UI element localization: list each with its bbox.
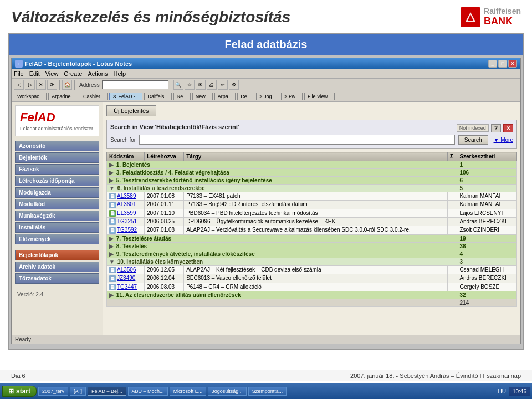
col-targy[interactable]: Tárgy xyxy=(184,152,448,161)
slide-footer: Dia 6 2007. január 18. - Sebestyén Andrá… xyxy=(0,370,532,381)
search-close-button[interactable]: ✕ xyxy=(503,124,513,132)
toolbar-btn-7[interactable]: ✉ xyxy=(196,80,206,90)
nav-bejelentok[interactable]: Bejelentők xyxy=(15,152,99,163)
table-row[interactable]: 📄AL3601 2007.01.11 P7133 – Bug942 : DR i… xyxy=(107,201,517,209)
menu-file[interactable]: File xyxy=(14,70,24,77)
toolbar-btn-8[interactable]: 🖨 xyxy=(207,80,217,90)
table-row[interactable]: 📄JZ3490 2006.12.04 SEC6013 – Vasco ellen… xyxy=(107,274,517,283)
table-row[interactable]: ▶ 7. Tesztelésre átadás 19 xyxy=(107,234,517,242)
table-row[interactable]: 📄AL3506 2006.12.05 ALAP2AJ – Két fejlesz… xyxy=(107,265,517,274)
menu-create[interactable]: Create xyxy=(64,70,82,77)
felad-subtitle: Feladat adminisztrációs rendszer xyxy=(20,126,94,131)
help-button[interactable]: ? xyxy=(491,124,501,132)
nav-torzsadatok[interactable]: Törzsadatok xyxy=(15,273,99,284)
nav-modulgazda[interactable]: Modulgazda xyxy=(15,187,99,198)
xp-window: F FelAD - Bejelentőlapok - Lotus Notes _… xyxy=(11,58,521,344)
menu-view[interactable]: View xyxy=(45,70,59,77)
col-letrehozva[interactable]: Létrehozva xyxy=(145,152,184,161)
taskbar-item-abu[interactable]: ABU – Moch... xyxy=(128,387,168,396)
table-row[interactable]: ▶ 1. Bejelentés 1 xyxy=(107,161,517,169)
xp-window-title: FelAD - Bejelentőlapok - Lotus Notes xyxy=(25,60,132,67)
bm-jog[interactable]: > Jog... xyxy=(256,93,279,100)
table-row[interactable]: ▶ 9. Teszteredmények átvétele, installál… xyxy=(107,250,517,258)
search-panel-title: Search in View 'Hibabejelentők\Fázis sze… xyxy=(110,124,239,130)
toolbar-btn-9[interactable]: ✏ xyxy=(218,80,228,90)
col-kodszam[interactable]: Kódszám xyxy=(107,152,145,161)
nav-modulkod[interactable]: Modulkód xyxy=(15,199,99,209)
bm-felad[interactable]: ✕ FelAD -... xyxy=(109,93,143,100)
content-area: Felad adatbázis F FelAD - Bejelentőlapok… xyxy=(8,33,524,350)
toolbar-btn-10[interactable]: ⚙ xyxy=(229,80,239,90)
maximize-button[interactable]: □ xyxy=(498,60,507,68)
address-input[interactable] xyxy=(102,80,168,89)
nav-bejelentolap[interactable]: Bejelentőlapok xyxy=(15,250,99,260)
nav-elozmenyek[interactable]: Előzmények xyxy=(15,234,99,244)
bm-re1[interactable]: Re... xyxy=(173,93,191,100)
nav-munkavegzok[interactable]: Munkavégzők xyxy=(15,211,99,221)
minimize-button[interactable]: _ xyxy=(488,60,497,68)
toolbar-btn-5[interactable]: 🏠 xyxy=(62,80,72,90)
status-text: Ready xyxy=(15,336,31,342)
new-button[interactable]: Új bejelentés xyxy=(106,105,156,116)
toolbar-btn-3[interactable]: ✕ xyxy=(36,80,46,90)
bank-subname: BANK xyxy=(484,16,521,27)
bm-cashier[interactable]: Cashier... xyxy=(80,93,108,100)
table-row[interactable]: ▶ 8. Tesztelés 38 xyxy=(107,242,517,250)
toolbar-btn-1[interactable]: ◁ xyxy=(14,80,24,90)
table-row[interactable]: 📄TG3447 2006.08.03 P6148 – CR4 – CRM all… xyxy=(107,283,517,291)
nav-archiv[interactable]: Archív adatok xyxy=(15,262,99,272)
taskbar-item-terv[interactable]: 2007_terv xyxy=(38,387,68,396)
search-panel: Search in View 'Hibabejelentők\Fázis sze… xyxy=(106,120,517,149)
bm-workspace[interactable]: Workspac... xyxy=(14,93,47,100)
table-row[interactable]: ▶ 5. Tesztrendszerekbe történő installác… xyxy=(107,177,517,185)
taskbar-item-szem[interactable]: Szempontta... xyxy=(248,387,287,396)
bm-fileview[interactable]: File View... xyxy=(304,93,335,100)
search-button[interactable]: Search xyxy=(458,135,488,145)
table-row[interactable]: 📄TG3592 2007.01.08 ALAP2AJ – Verzióváltá… xyxy=(107,226,517,234)
nav-fazisok[interactable]: Fázisok xyxy=(15,164,99,175)
version-text: Verzió: 2.4 xyxy=(15,289,99,300)
bm-arpa[interactable]: Arpa... xyxy=(214,93,236,100)
table-row[interactable]: 📄AL3589 2007.01.08 P7133 – EX481 patch K… xyxy=(107,192,517,201)
address-label: Address xyxy=(79,82,100,88)
table-row[interactable]: ▼ 6. Installálás a tesztrendszerekbe 5 xyxy=(107,185,517,192)
taskbar-item-all[interactable]: [All] xyxy=(70,387,86,396)
table-row[interactable]: 📄EL3599 2007.01.10 PBD6034 – PBD hitelel… xyxy=(107,209,517,217)
bm-arpadne[interactable]: Arpadne... xyxy=(48,93,78,100)
search-row: Search for Search ▼ More xyxy=(110,135,513,145)
inner-title: Felad adatbázis xyxy=(9,34,523,55)
table-row[interactable]: ▶ 11. Az élesrendszerbe állítás utáni el… xyxy=(107,291,517,299)
col-szerkesztheti[interactable]: Szerkesztheti xyxy=(457,152,517,161)
search-more[interactable]: ▼ More xyxy=(494,137,513,143)
toolbar-search[interactable]: 🔍 xyxy=(173,80,183,90)
taskbar-item-felad[interactable]: FelAD – Bej... xyxy=(88,387,126,396)
bank-name: Raiffeisen xyxy=(484,7,521,16)
menu-edit[interactable]: Edit xyxy=(29,70,40,77)
footer-left: Dia 6 xyxy=(11,372,25,379)
menu-help[interactable]: Help xyxy=(113,70,126,77)
toolbar-btn-4[interactable]: ⟳ xyxy=(47,80,57,90)
bm-new[interactable]: New... xyxy=(192,93,213,100)
table-row[interactable]: ▼ 10. Installálás éles környezetben 3 xyxy=(107,258,517,265)
toolbar-sep-1 xyxy=(59,80,60,90)
taskbar-item-jog[interactable]: Jogosultság... xyxy=(208,387,247,396)
table-row[interactable]: ▶ 3. Feladatkiosztás / 4. Feladat végreh… xyxy=(107,169,517,177)
col-count[interactable]: Σ xyxy=(448,152,457,161)
nav-installalas[interactable]: Installálás xyxy=(15,222,99,233)
toolbar-btn-2[interactable]: ▷ xyxy=(25,80,35,90)
xp-toolbar: ◁ ▷ ✕ ⟳ 🏠 Address 🔍 ☆ ✉ 🖨 ✏ ⚙ xyxy=(12,79,520,91)
bm-re2[interactable]: Re... xyxy=(237,93,254,100)
toolbar-btn-6[interactable]: ☆ xyxy=(185,80,195,90)
table-row[interactable]: 📄TG3251 2006.08.25 DPD6096 – Ügyfélkonfi… xyxy=(107,218,517,226)
menu-actions[interactable]: Actions xyxy=(88,70,108,77)
bm-raiffeis[interactable]: Raiffeis... xyxy=(144,93,171,100)
close-button[interactable]: ✕ xyxy=(508,60,517,68)
search-input[interactable] xyxy=(139,135,455,145)
xp-window-controls[interactable]: _ □ ✕ xyxy=(488,60,517,68)
nav-letrehozas[interactable]: Létrehozás időpontja xyxy=(15,176,99,186)
bm-fw[interactable]: > Fw... xyxy=(281,93,303,100)
search-panel-controls: Not indexed ? ✕ xyxy=(457,124,513,132)
nav-azonosito[interactable]: Azonosító xyxy=(15,141,99,151)
taskbar-item-ms[interactable]: Microsoft E... xyxy=(170,387,207,396)
start-button[interactable]: ⊞ start xyxy=(2,386,37,397)
